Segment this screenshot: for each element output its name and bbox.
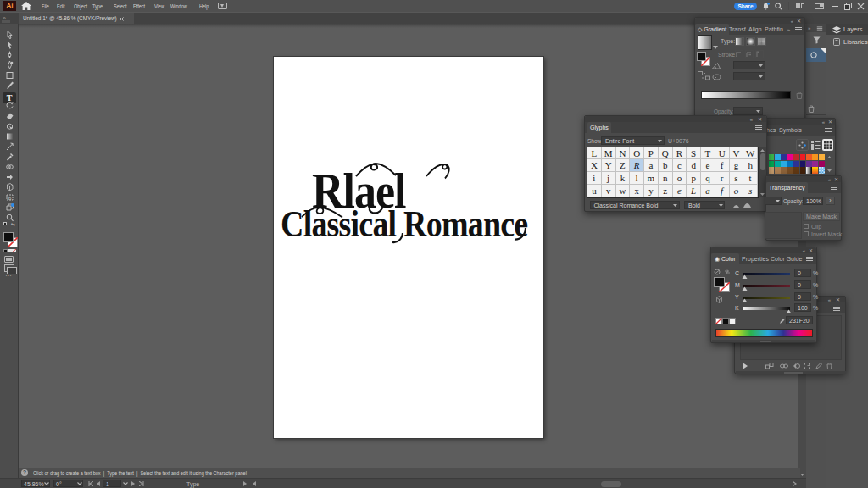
svg-text:b: b [8, 196, 12, 201]
